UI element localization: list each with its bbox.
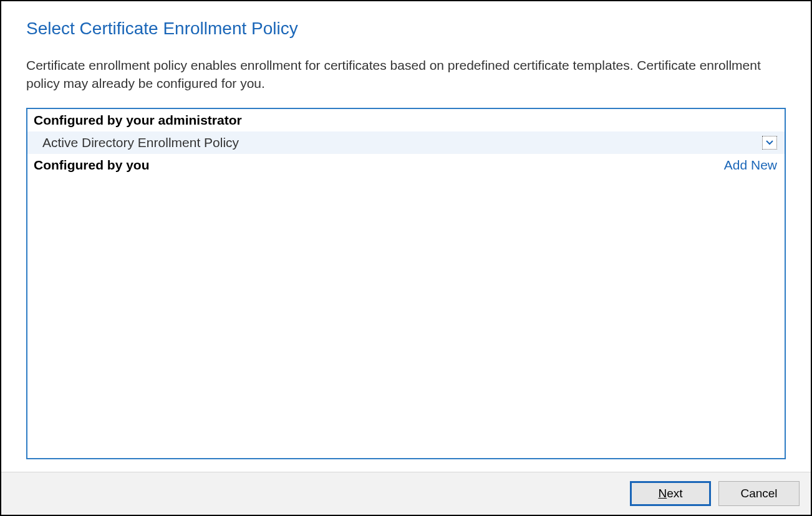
next-button[interactable]: Next [630,481,711,506]
policy-item-label: Active Directory Enrollment Policy [42,135,239,150]
page-title: Select Certificate Enrollment Policy [26,19,786,39]
next-mnemonic: N [658,487,667,500]
admin-section-header: Configured by your administrator [27,109,785,131]
cancel-button[interactable]: Cancel [718,481,800,506]
user-section-header: Configured by you [34,158,150,173]
policy-item-ad[interactable]: Active Directory Enrollment Policy [27,131,785,154]
footer-bar: Next Cancel [1,472,811,515]
policy-panel: Configured by your administrator Active … [26,108,786,459]
next-rest: ext [667,487,682,500]
user-section-row: Configured by you Add New [27,154,785,176]
chevron-down-icon [766,140,773,145]
wizard-window: Select Certificate Enrollment Policy Cer… [0,0,812,516]
content-area: Select Certificate Enrollment Policy Cer… [1,1,811,472]
expand-button[interactable] [762,136,777,150]
description-text: Certificate enrollment policy enables en… [26,56,786,93]
add-new-link[interactable]: Add New [724,158,777,173]
